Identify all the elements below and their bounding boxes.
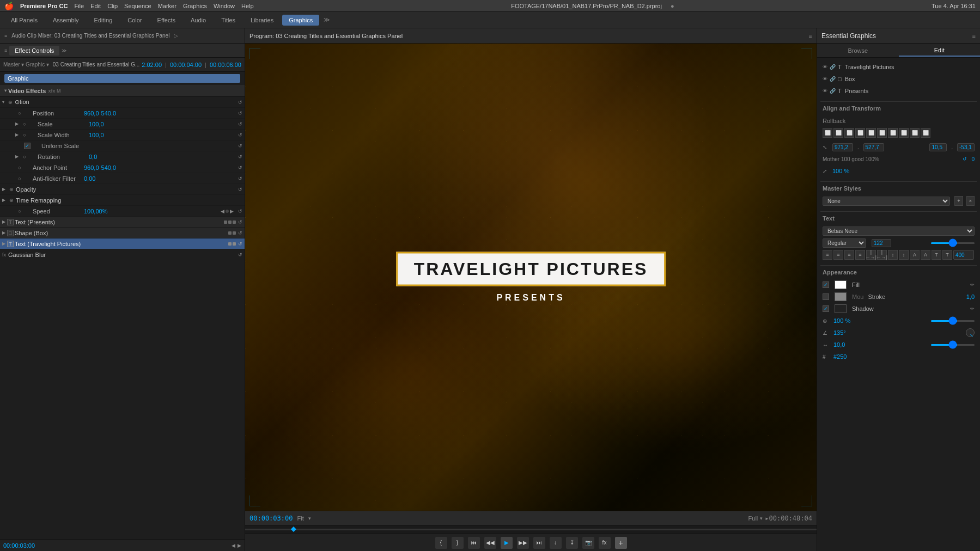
ec-timecode3[interactable]: 00:00:06:00 bbox=[210, 62, 241, 68]
text-presents-row[interactable]: ▶ T Text (Presents) ↺ bbox=[0, 217, 245, 228]
tab-assembly[interactable]: Assembly bbox=[46, 15, 86, 26]
reset-opacity[interactable]: ↺ bbox=[238, 187, 242, 192]
speed-right[interactable]: ▶ bbox=[230, 209, 234, 214]
uniform-scale-checkbox[interactable] bbox=[24, 143, 31, 149]
tab-edit[interactable]: Edit bbox=[899, 45, 981, 57]
menu-clip[interactable]: Clip bbox=[107, 3, 118, 9]
text-align-left[interactable]: ≡ bbox=[823, 250, 832, 260]
shadow-color-swatch[interactable] bbox=[835, 304, 847, 313]
transport-playhead[interactable] bbox=[291, 526, 296, 532]
shadow-opacity-slider[interactable] bbox=[931, 320, 975, 322]
menu-marker[interactable]: Marker bbox=[158, 3, 176, 9]
mark-in-button[interactable]: { bbox=[435, 537, 447, 549]
stroke-val[interactable]: 1,0 bbox=[966, 293, 975, 300]
text-travelight-row[interactable]: ▶ T Text (Travelight Pictures) ↺ bbox=[0, 238, 245, 249]
reset-scale-width[interactable]: ↺ bbox=[238, 132, 242, 138]
text-spacing4[interactable]: ↕ bbox=[899, 250, 909, 260]
scale-value[interactable]: 100,0 bbox=[89, 121, 104, 127]
text-tsub[interactable]: T bbox=[932, 250, 941, 260]
go-to-in-button[interactable]: ⏮ bbox=[468, 537, 480, 549]
distribute-v[interactable]: ⬜ bbox=[899, 128, 909, 138]
transform-arrow[interactable]: ▾ bbox=[2, 100, 4, 105]
reset-transform[interactable]: ↺ bbox=[238, 100, 242, 105]
menu-sequence[interactable]: Sequence bbox=[124, 3, 151, 9]
scale-width-arrow[interactable]: ▶ bbox=[15, 132, 19, 137]
fill-pen-icon[interactable]: ✏ bbox=[970, 282, 975, 287]
transform-row[interactable]: ▾ ⊕ ⊙tion ↺ bbox=[0, 97, 245, 108]
text-travelight-arrow[interactable]: ▶ bbox=[2, 241, 5, 246]
shadow-checkbox[interactable] bbox=[823, 305, 829, 312]
go-to-out-button[interactable]: ⏭ bbox=[533, 537, 545, 549]
export-frame-button[interactable]: 📷 bbox=[582, 537, 594, 549]
layer-eye-box[interactable]: 👁 bbox=[823, 76, 827, 82]
add-button[interactable]: + bbox=[615, 537, 627, 549]
graphic-highlight[interactable]: Graphic bbox=[4, 74, 240, 83]
distribute-h[interactable]: ⬜ bbox=[888, 128, 898, 138]
align-right[interactable]: ⬜ bbox=[844, 128, 854, 138]
font-size-slider[interactable] bbox=[931, 242, 975, 244]
menu-edit[interactable]: Edit bbox=[90, 3, 101, 9]
text-align-right[interactable]: ≡ bbox=[844, 250, 854, 260]
eg-menu[interactable]: ≡ bbox=[972, 33, 976, 39]
tab-effect-controls[interactable]: Effect Controls bbox=[9, 46, 59, 56]
tab-libraries[interactable]: Libraries bbox=[244, 15, 280, 26]
tab-browse[interactable]: Browse bbox=[817, 45, 899, 56]
eg-pos-x[interactable] bbox=[832, 143, 853, 151]
reset-position[interactable]: ↺ bbox=[238, 111, 242, 116]
ec-nav-right[interactable]: ▶ bbox=[238, 543, 241, 548]
scale-arrow[interactable]: ▶ bbox=[15, 121, 19, 126]
text-tsup[interactable]: T bbox=[942, 250, 952, 260]
reset-rotation[interactable]: ↺ bbox=[238, 154, 242, 160]
play-stop-button[interactable]: ▶ bbox=[501, 537, 513, 549]
text-align-justify[interactable]: ≡ bbox=[855, 250, 865, 260]
shadow-opacity-val[interactable]: 100 % bbox=[833, 317, 850, 324]
monitor-timecode-in[interactable]: 00:00:03:00 bbox=[249, 515, 293, 522]
reset-scale[interactable]: ↺ bbox=[238, 121, 242, 127]
reset-travelight[interactable]: ↺ bbox=[238, 241, 242, 247]
menu-window[interactable]: Window bbox=[214, 3, 235, 9]
mark-out-button[interactable]: } bbox=[452, 537, 464, 549]
stroke-color-swatch[interactable] bbox=[835, 292, 847, 301]
fill-color-swatch[interactable] bbox=[835, 280, 847, 289]
stroke-checkbox[interactable] bbox=[823, 293, 829, 300]
reset-uniform-scale[interactable]: ↺ bbox=[238, 143, 242, 149]
tab-all-panels[interactable]: All Panels bbox=[4, 15, 44, 26]
speed-left[interactable]: ◀ bbox=[221, 209, 224, 214]
master-graphic-dropdown[interactable]: Master ▾ Graphic ▾ bbox=[3, 62, 51, 68]
effects-button[interactable]: fx bbox=[599, 537, 611, 549]
master-styles-remove[interactable]: × bbox=[966, 196, 975, 206]
align-center-v[interactable]: ⬜ bbox=[866, 128, 876, 138]
angle-wheel[interactable] bbox=[966, 328, 975, 337]
distribute-e[interactable]: ⬜ bbox=[921, 128, 930, 138]
layer-presents[interactable]: 👁 🔗 T Presents bbox=[820, 85, 977, 97]
time-remapping-arrow[interactable]: ▶ bbox=[2, 198, 5, 203]
gaussian-blur-row[interactable]: fx Gaussian Blur ↺ bbox=[0, 249, 245, 260]
text-spacing2[interactable]: |←→| bbox=[877, 250, 887, 260]
layer-eye-presents[interactable]: 👁 bbox=[823, 88, 827, 94]
menu-file[interactable]: File bbox=[74, 3, 84, 9]
hash-value[interactable]: #250 bbox=[833, 353, 847, 360]
text-presents-arrow[interactable]: ▶ bbox=[2, 219, 5, 224]
position-x[interactable]: 960,0 bbox=[84, 110, 99, 117]
eg-pos-y[interactable] bbox=[863, 143, 884, 151]
rotation-arrow[interactable]: ▶ bbox=[15, 154, 19, 159]
rotation-value[interactable]: 0,0 bbox=[89, 154, 97, 160]
eg-scale-percent[interactable]: 100 % bbox=[832, 168, 849, 174]
distribute-c[interactable]: ⬜ bbox=[910, 128, 920, 138]
step-back-button[interactable]: ◀◀ bbox=[484, 537, 496, 549]
tab-titles[interactable]: Titles bbox=[215, 15, 242, 26]
tab-color[interactable]: Color bbox=[121, 15, 148, 26]
align-left[interactable]: ⬜ bbox=[823, 128, 832, 138]
text-spacing1[interactable]: |←→| bbox=[866, 250, 876, 260]
apple-icon[interactable]: 🍎 bbox=[4, 2, 14, 10]
step-forward-button[interactable]: ▶▶ bbox=[517, 537, 529, 549]
align-bottom[interactable]: ⬜ bbox=[877, 128, 887, 138]
tab-editing[interactable]: Editing bbox=[88, 15, 119, 26]
shadow-dist-val[interactable]: 10,0 bbox=[833, 341, 845, 348]
anchor-x[interactable]: 960,0 bbox=[84, 164, 99, 171]
master-styles-select[interactable]: None bbox=[823, 197, 950, 206]
reset-box[interactable]: ↺ bbox=[238, 230, 242, 236]
text-align-center[interactable]: ≡ bbox=[833, 250, 843, 260]
layer-eye-travelight[interactable]: 👁 bbox=[823, 64, 827, 70]
text-kern[interactable]: A bbox=[910, 250, 920, 260]
